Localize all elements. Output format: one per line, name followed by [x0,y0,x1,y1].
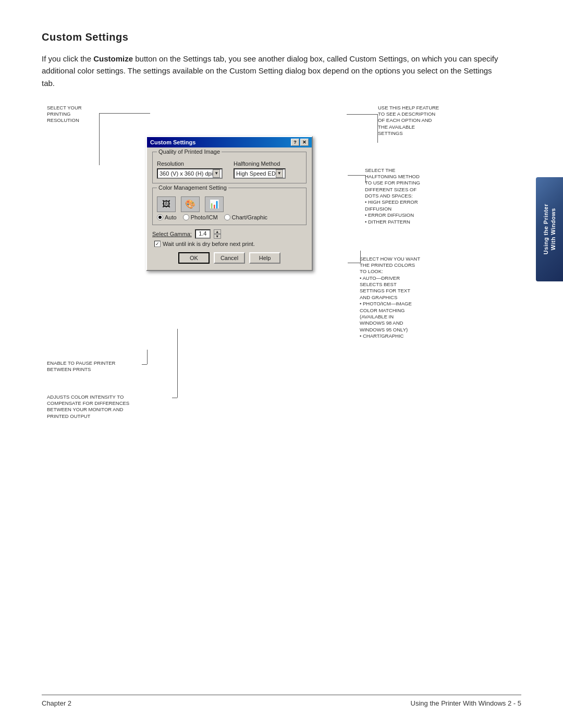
color-icon-3: 📊 [205,196,224,212]
radio-auto-label: Auto [165,214,177,220]
quality-group-label: Quality of Printed Image [157,149,222,155]
ann-line-help [347,114,378,115]
color-management-group: Color Management Setting 🖼 🎨 📊 Auto [152,188,307,225]
resolution-select-wrapper: 360 (V) x 360 (H) dpi ▼ [157,168,225,179]
dialog-body: Quality of Printed Image Resolution 360 … [147,147,312,270]
help-dialog-button[interactable]: Help [249,252,280,264]
ann-color: SELECT HOW YOU WANT THE PRINTED COLORS T… [360,256,469,339]
radio-row: Auto Photo/ICM Chart/Graphic [157,214,302,220]
checkbox-row: ✓ Wait until ink is dry before next prin… [152,241,307,247]
dialog-title: Custom Settings [150,139,195,145]
radio-chart-label: Chart/Graphic [232,214,267,220]
wait-checkbox[interactable]: ✓ [154,241,161,247]
halftoning-value: High Speed ED [236,170,276,177]
ann-line-v-help [377,114,378,143]
gamma-down[interactable]: ▼ [214,234,221,239]
ann-gamma-adj: ADJUSTS COLOR INTENSITY TO COMPENSATE FO… [47,394,177,419]
radio-chart[interactable]: Chart/Graphic [224,214,267,220]
resolution-label: Resolution [157,161,225,167]
radio-photo-label: Photo/ICM [191,214,218,220]
footer: Chapter 2 Using the Printer With Windows… [42,695,521,707]
sidebar-tab-text: Using the PrinterWith Windows [542,204,557,254]
close-button[interactable]: ✕ [300,139,309,146]
halftoning-arrow[interactable]: ▼ [276,169,283,178]
gamma-up[interactable]: ▲ [214,229,221,234]
page: Using the PrinterWith Windows Custom Set… [0,0,563,728]
ok-button[interactable]: OK [178,252,210,264]
resolution-select[interactable]: 360 (V) x 360 (H) dpi ▼ [157,168,223,179]
main-content: Custom Settings If you click the Customi… [42,31,500,407]
dialog-buttons: OK Cancel Help [152,249,307,266]
ann-line-v-color [360,251,361,263]
quality-group: Quality of Printed Image Resolution 360 … [152,152,307,183]
titlebar-buttons: ? ✕ [291,139,309,146]
sidebar-tab: Using the PrinterWith Windows [536,177,563,281]
help-button[interactable]: ? [291,139,299,146]
radio-chart-circle[interactable] [224,214,230,220]
ann-resolution: SELECT YOUR PRINTING RESOLUTION [47,105,104,124]
ann-line-color [348,263,361,263]
resolution-arrow[interactable]: ▼ [213,169,220,178]
dialog-titlebar: Custom Settings ? ✕ [147,137,312,147]
diagram-area: SELECT YOUR PRINTING RESOLUTION USE THIS… [42,105,500,407]
ann-help: USE THIS HELP FEATURE TO SEE A DESCRIPTI… [378,105,469,137]
cancel-button[interactable]: Cancel [214,252,245,264]
resolution-value: 360 (V) x 360 (H) dpi [160,170,213,177]
ann-line-gamma [172,398,177,398]
gamma-spin: ▲ ▼ [214,229,221,239]
radio-auto[interactable]: Auto [157,214,177,220]
ann-line-v-halftoning [365,175,366,183]
ann-line-pause [142,364,147,365]
ann-line-v-resolution [99,113,100,165]
halftoning-select-wrapper: High Speed ED ▼ [234,168,302,179]
checkbox-label: Wait until ink is dry before next print. [163,241,255,247]
ann-line-halftoning [348,175,366,176]
color-icon-1: 🖼 [157,196,176,212]
ann-pause: ENABLE TO PAUSE PRINTER BETWEEN PRINTS [47,360,151,373]
body-paragraph: If you click the Customize button on the… [42,53,500,89]
radio-photo-circle[interactable] [183,214,189,220]
footer-left: Chapter 2 [42,699,71,707]
color-icon-2: 🎨 [181,196,200,212]
footer-right: Using the Printer With Windows 2 - 5 [411,699,521,707]
resolution-row: Resolution 360 (V) x 360 (H) dpi ▼ Halft… [157,161,302,179]
color-icons-row: 🖼 🎨 📊 [157,196,302,212]
radio-photo[interactable]: Photo/ICM [183,214,218,220]
page-title: Custom Settings [42,31,500,43]
radio-auto-circle[interactable] [157,214,163,220]
ann-halftoning: SELECT THE HALFTONING METHOD TO USE FOR … [365,167,469,225]
gamma-label: Select Gamma: [152,231,192,237]
gamma-input[interactable]: 1.4 [195,229,211,239]
halftoning-select[interactable]: High Speed ED ▼ [234,168,286,179]
gamma-row: Select Gamma: 1.4 ▲ ▼ [152,229,307,239]
halftoning-label: Halftoning Method [234,161,302,167]
ann-line-v-pause [147,350,148,364]
resolution-column: Resolution 360 (V) x 360 (H) dpi ▼ [157,161,225,179]
dialog-box: Custom Settings ? ✕ Quality of Printed I… [146,136,313,271]
halftoning-column: Halftoning Method High Speed ED ▼ [234,161,302,179]
ann-line-resolution [99,113,150,114]
ann-line-v-gamma [177,329,178,398]
color-group-label: Color Management Setting [157,184,228,191]
